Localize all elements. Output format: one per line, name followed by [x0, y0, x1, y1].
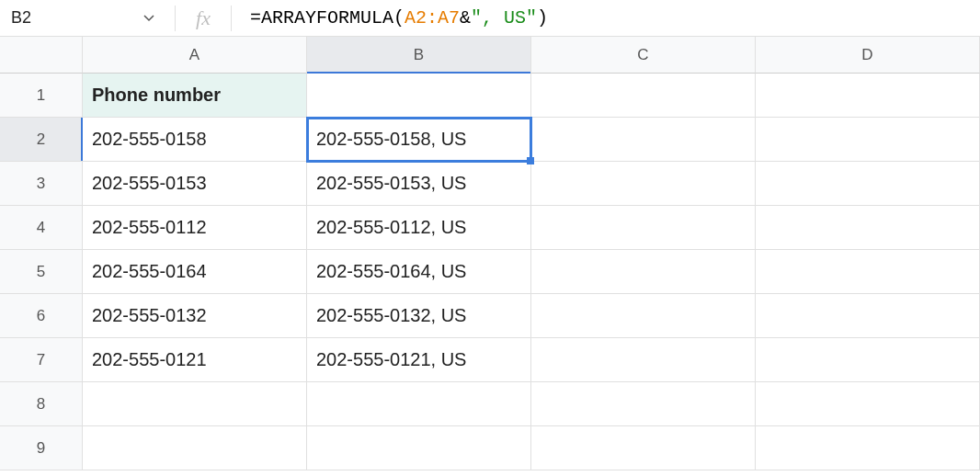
select-all-corner[interactable] [0, 37, 83, 74]
cell-C6[interactable] [531, 294, 756, 338]
cell-C5[interactable] [531, 250, 756, 294]
cell-B7[interactable]: 202-555-0121, US [307, 338, 531, 382]
cell-A7[interactable]: 202-555-0121 [83, 338, 307, 382]
cell-D7[interactable] [756, 338, 980, 382]
formula-token-open: ( [393, 7, 405, 28]
cell-B6[interactable]: 202-555-0132, US [307, 294, 531, 338]
cell-C8[interactable] [531, 382, 756, 426]
row-header-9[interactable]: 9 [0, 426, 83, 470]
row-header-7[interactable]: 7 [0, 338, 83, 382]
cell-A8[interactable] [83, 382, 307, 426]
col-header-B[interactable]: B [307, 37, 531, 74]
cell-A4[interactable]: 202-555-0112 [83, 206, 307, 250]
formula-token-string: ", US" [471, 7, 537, 28]
cell-D4[interactable] [756, 206, 980, 250]
cell-D9[interactable] [756, 426, 980, 470]
row-9 [83, 426, 980, 470]
name-box-dropdown[interactable] [83, 15, 165, 22]
cell-A3[interactable]: 202-555-0153 [83, 162, 307, 206]
cell-B5[interactable]: 202-555-0164, US [307, 250, 531, 294]
cell-B9[interactable] [307, 426, 531, 470]
col-header-D[interactable]: D [756, 37, 980, 74]
cell-B2[interactable]: 202-555-0158, US [307, 118, 531, 162]
formula-token-eq: = [250, 7, 261, 28]
cell-A9[interactable] [83, 426, 307, 470]
cell-C4[interactable] [531, 206, 756, 250]
cell-C1[interactable] [531, 74, 756, 118]
cell-D6[interactable] [756, 294, 980, 338]
formula-token-amp: & [460, 7, 471, 28]
row-6: 202-555-0132 202-555-0132, US [83, 294, 980, 338]
formula-token-close: ) [537, 7, 548, 28]
cell-D1[interactable] [756, 74, 980, 118]
cell-D8[interactable] [756, 382, 980, 426]
row-1: Phone number [83, 74, 980, 118]
name-box[interactable]: B2 [0, 8, 83, 28]
spreadsheet: 1 2 3 4 5 6 7 8 9 A B C D Phone number 2… [0, 37, 980, 470]
cell-C7[interactable] [531, 338, 756, 382]
row-3: 202-555-0153 202-555-0153, US [83, 162, 980, 206]
row-2: 202-555-0158 202-555-0158, US [83, 118, 980, 162]
cell-B3[interactable]: 202-555-0153, US [307, 162, 531, 206]
row-header-5[interactable]: 5 [0, 250, 83, 294]
divider [175, 6, 176, 31]
col-header-A[interactable]: A [83, 37, 307, 74]
formula-bar-row: B2 fx =ARRAYFORMULA(A2:A7&", US") [0, 0, 980, 37]
row-8 [83, 382, 980, 426]
divider [231, 6, 232, 31]
col-header-C[interactable]: C [531, 37, 756, 74]
row-header-6[interactable]: 6 [0, 294, 83, 338]
row-gutter: 1 2 3 4 5 6 7 8 9 [0, 37, 83, 470]
row-header-1[interactable]: 1 [0, 74, 83, 118]
cell-D3[interactable] [756, 162, 980, 206]
row-header-8[interactable]: 8 [0, 382, 83, 426]
row-4: 202-555-0112 202-555-0112, US [83, 206, 980, 250]
cell-B4[interactable]: 202-555-0112, US [307, 206, 531, 250]
cell-A6[interactable]: 202-555-0132 [83, 294, 307, 338]
cell-C2[interactable] [531, 118, 756, 162]
row-5: 202-555-0164 202-555-0164, US [83, 250, 980, 294]
formula-input[interactable]: =ARRAYFORMULA(A2:A7&", US") [241, 7, 980, 28]
cell-A1[interactable]: Phone number [83, 74, 307, 118]
cell-B1[interactable] [307, 74, 531, 118]
row-header-2[interactable]: 2 [0, 118, 83, 162]
formula-token-fn: ARRAYFORMULA [261, 7, 393, 28]
row-7: 202-555-0121 202-555-0121, US [83, 338, 980, 382]
grid: A B C D Phone number 202-555-0158 202-55… [83, 37, 980, 470]
chevron-down-icon [143, 15, 154, 22]
row-header-4[interactable]: 4 [0, 206, 83, 250]
formula-token-range: A2:A7 [405, 7, 460, 28]
cell-D5[interactable] [756, 250, 980, 294]
row-header-3[interactable]: 3 [0, 162, 83, 206]
fx-icon: fx [185, 6, 222, 30]
column-header-row: A B C D [83, 37, 980, 74]
cell-A5[interactable]: 202-555-0164 [83, 250, 307, 294]
cell-D2[interactable] [756, 118, 980, 162]
cell-A2[interactable]: 202-555-0158 [83, 118, 307, 162]
cell-B8[interactable] [307, 382, 531, 426]
cell-C9[interactable] [531, 426, 756, 470]
cell-C3[interactable] [531, 162, 756, 206]
